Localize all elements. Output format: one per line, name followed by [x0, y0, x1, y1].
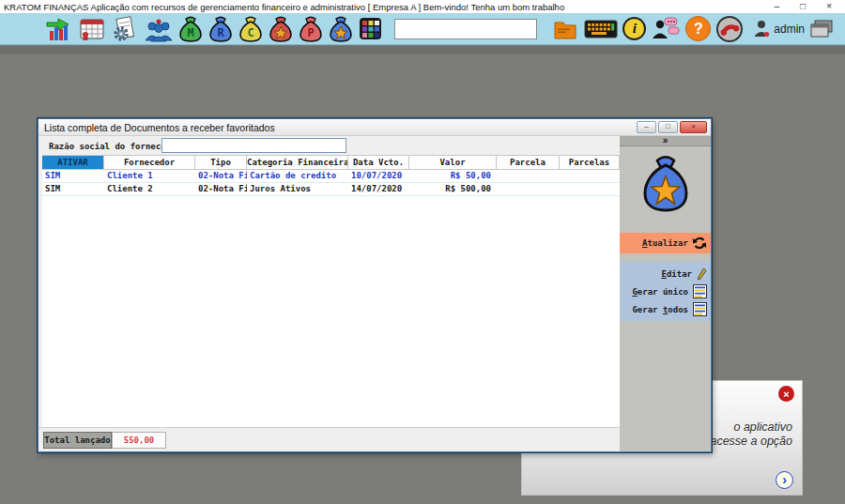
update-button[interactable]: Atualizar — [620, 233, 711, 253]
table-header-row: ATIVAR Fornecedor Tipo Categoria Finance… — [42, 156, 621, 170]
total-value: 550,00 — [112, 432, 166, 449]
folder-icon[interactable] — [551, 16, 579, 42]
svg-text:R: R — [217, 26, 224, 39]
moneybag-illustration — [638, 152, 693, 212]
generate-all-button[interactable]: Gerar todos — [620, 300, 711, 318]
header-fornecedor[interactable]: Fornecedor — [104, 156, 195, 169]
header-tipo[interactable]: Tipo — [195, 156, 247, 169]
main-window-title: KRATOM FINANÇAS Aplicação com recursos d… — [4, 2, 564, 12]
table-row[interactable]: SIM Cliente 1 02-Nota Fi... Cartão de cr… — [42, 170, 621, 183]
header-ativar[interactable]: ATIVAR — [42, 156, 104, 169]
header-data-vcto[interactable]: Data Vcto. — [348, 156, 409, 169]
panel-collapse-button[interactable]: » — [620, 136, 711, 146]
documents-window: Lista completa de Documentos a receber f… — [38, 118, 712, 452]
header-parcelas[interactable]: Parcelas — [560, 156, 620, 169]
moneybag-star-red-icon[interactable] — [269, 15, 294, 42]
notes-gear-icon[interactable] — [111, 15, 139, 43]
child-minimize-button[interactable]: – — [637, 121, 656, 133]
pencil-icon — [697, 267, 707, 281]
main-toolbar: M R C P i ? — [0, 13, 845, 45]
moneybag-r-icon[interactable]: R — [208, 15, 234, 42]
color-grid-icon[interactable] — [359, 17, 382, 40]
notification-text: o aplicativo acesse a opção — [710, 420, 792, 449]
panel-actions: Editar Gerar único Gerar todos — [620, 262, 711, 321]
users-icon[interactable] — [144, 15, 174, 43]
documents-table: ATIVAR Fornecedor Tipo Categoria Finance… — [42, 155, 621, 427]
total-label: Total lançado — [43, 432, 112, 449]
filter-row: Razão social do fornecedor — [38, 136, 621, 155]
list-icon — [693, 284, 707, 298]
svg-text:P: P — [307, 26, 314, 39]
edit-button[interactable]: Editar — [620, 265, 711, 283]
calendar-icon[interactable] — [78, 15, 106, 43]
child-maximize-button[interactable]: □ — [658, 121, 678, 133]
child-close-button[interactable]: × — [680, 121, 707, 133]
keyboard-icon[interactable] — [584, 18, 618, 40]
username-label: admin — [774, 23, 805, 36]
user-menu[interactable]: admin — [754, 20, 805, 38]
notification-close-icon[interactable]: × — [778, 386, 794, 402]
info-icon[interactable]: i — [622, 17, 646, 40]
moneybag-m-icon[interactable]: M — [178, 15, 204, 42]
moneybag-c-icon[interactable]: C — [238, 15, 264, 42]
toolbar-search-input[interactable] — [394, 19, 537, 39]
list-icon — [693, 302, 707, 316]
header-categoria[interactable]: Categoria Financeira — [247, 156, 348, 169]
refresh-icon — [692, 236, 707, 251]
cards-icon[interactable] — [809, 20, 834, 38]
main-titlebar[interactable]: KRATOM FINANÇAS Aplicação com recursos d… — [0, 0, 845, 13]
generate-single-button[interactable]: Gerar único — [620, 283, 711, 300]
moneybag-star-blue-icon[interactable] — [329, 15, 354, 42]
notification-next-icon[interactable]: › — [776, 471, 793, 489]
chat-icon[interactable] — [651, 16, 681, 42]
chart-icon[interactable] — [45, 15, 73, 43]
documents-window-titlebar[interactable]: Lista completa de Documentos a receber f… — [38, 119, 711, 136]
close-button[interactable]: × — [826, 1, 832, 12]
maximize-button[interactable]: □ — [800, 1, 806, 12]
screen: KRATOM FINANÇAS Aplicação com recursos d… — [0, 0, 845, 504]
user-icon — [754, 20, 770, 38]
totals-bar: Total lançado 550,00 — [38, 427, 621, 451]
minimize-button[interactable]: – — [775, 1, 780, 12]
documents-window-title: Lista completa de Documentos a receber f… — [44, 122, 275, 133]
moneybag-p-icon[interactable]: P — [299, 15, 324, 42]
table-row[interactable]: SIM Cliente 2 02-Nota Fi... Juros Ativos… — [42, 183, 621, 196]
svg-text:M: M — [187, 26, 193, 39]
svg-text:C: C — [247, 26, 254, 39]
header-valor[interactable]: Valor — [409, 156, 497, 169]
desktop-strip — [0, 46, 845, 54]
help-icon[interactable]: ? — [685, 16, 711, 41]
supplier-filter-input[interactable] — [161, 138, 346, 153]
side-panel: » Atualizar Editar — [620, 136, 711, 451]
header-parcela[interactable]: Parcela — [497, 156, 560, 169]
phone-icon[interactable] — [715, 15, 744, 43]
